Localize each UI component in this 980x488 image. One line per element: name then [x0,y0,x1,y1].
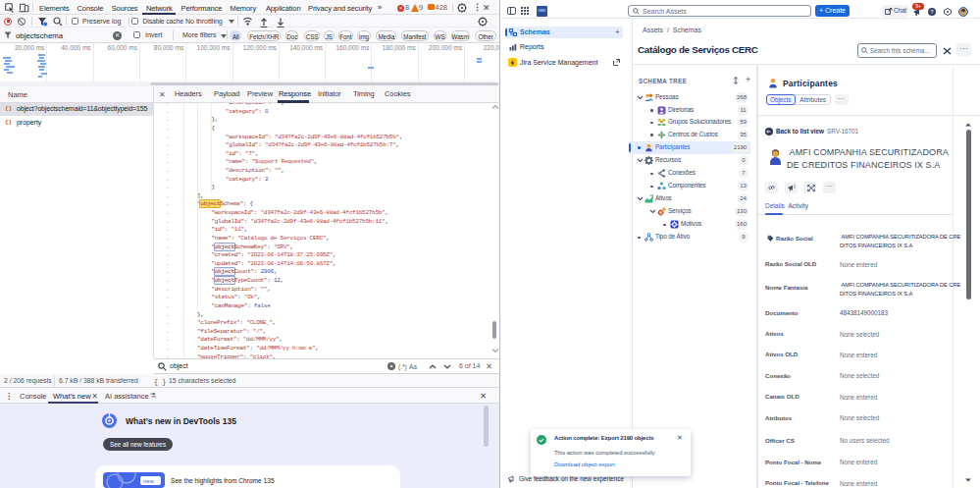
svg-text:new: new [143,478,155,484]
